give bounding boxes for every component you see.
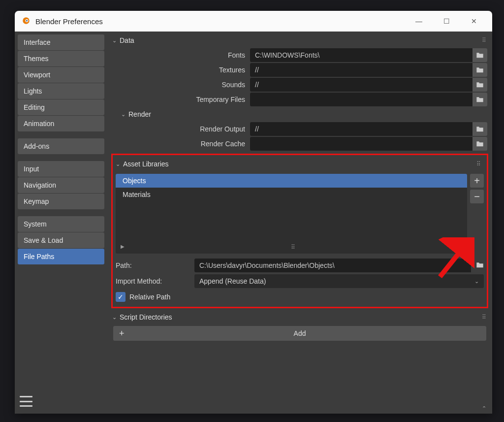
section-header-data[interactable]: ⌄ Data ⠿ xyxy=(110,33,489,47)
chevron-down-icon: ⌄ xyxy=(112,37,117,44)
blender-logo-icon xyxy=(22,16,31,27)
grip-icon[interactable]: ⠿ xyxy=(482,314,487,321)
window-title: Blender Preferences xyxy=(35,17,403,26)
section-header-render[interactable]: ⌄ Render xyxy=(110,107,489,121)
sounds-label: Sounds xyxy=(110,81,250,89)
sidebar-item-lights[interactable]: Lights xyxy=(18,83,104,99)
preferences-window: Blender Preferences — ☐ ✕ Interface Them… xyxy=(15,11,492,414)
render-output-input[interactable] xyxy=(250,122,472,136)
sidebar-item-editing[interactable]: Editing xyxy=(18,99,104,115)
sidebar-item-keymap[interactable]: Keymap xyxy=(18,194,104,209)
render-cache-input[interactable] xyxy=(250,137,472,151)
grip-icon[interactable]: ⠿ xyxy=(476,161,482,167)
sidebar-item-addons[interactable]: Add-ons xyxy=(18,138,104,154)
browse-folder-button[interactable] xyxy=(472,137,487,151)
browse-folder-button[interactable] xyxy=(472,63,487,77)
plus-icon: + xyxy=(119,328,125,339)
relative-path-label: Relative Path xyxy=(129,293,170,301)
browse-folder-button[interactable] xyxy=(476,261,484,270)
sidebar-item-themes[interactable]: Themes xyxy=(18,51,104,66)
sidebar: Interface Themes Viewport Lights Editing… xyxy=(15,32,107,414)
browse-folder-button[interactable] xyxy=(472,122,487,136)
section-title: Asset Libraries xyxy=(123,160,169,168)
temp-input[interactable] xyxy=(250,93,472,106)
section-header-asset-libraries[interactable]: ⌄ Asset Libraries ⠿ xyxy=(116,157,484,171)
fonts-input[interactable] xyxy=(250,48,472,62)
close-button[interactable]: ✕ xyxy=(463,13,485,29)
titlebar: Blender Preferences — ☐ ✕ xyxy=(15,11,492,32)
svg-point-2 xyxy=(26,20,28,21)
textures-label: Textures xyxy=(110,66,250,74)
sidebar-item-file-paths[interactable]: File Paths xyxy=(18,249,104,264)
grip-icon[interactable]: ⠿ xyxy=(482,37,487,44)
library-path-input[interactable] xyxy=(194,259,471,272)
section-title: Render xyxy=(128,110,151,118)
asset-library-list: Objects Materials ▶ ⠿ xyxy=(116,174,467,254)
section-title: Script Directories xyxy=(120,313,172,321)
sidebar-item-input[interactable]: Input xyxy=(18,161,104,177)
browse-folder-button[interactable] xyxy=(472,93,487,106)
render-output-label: Render Output xyxy=(110,125,250,133)
maximize-button[interactable]: ☐ xyxy=(435,13,458,29)
scroll-hint-icon: ⌃ xyxy=(482,405,486,412)
chevron-down-icon: ⌄ xyxy=(121,111,126,118)
textures-input[interactable] xyxy=(250,63,472,77)
relative-path-checkbox[interactable]: ✓ xyxy=(116,292,126,302)
import-method-label: Import Method: xyxy=(116,277,189,285)
sidebar-item-interface[interactable]: Interface xyxy=(18,34,104,50)
library-item-objects[interactable]: Objects xyxy=(116,174,467,188)
sidebar-item-navigation[interactable]: Navigation xyxy=(18,177,104,193)
hamburger-menu-icon[interactable] xyxy=(20,396,32,407)
temp-label: Temporary Files xyxy=(110,96,250,103)
add-script-directory-button[interactable]: + Add xyxy=(113,326,486,341)
sidebar-item-save-load[interactable]: Save & Load xyxy=(18,232,104,248)
section-header-script-directories[interactable]: ⌄ Script Directories ⠿ xyxy=(110,310,489,324)
library-item-materials[interactable]: Materials xyxy=(116,188,467,201)
sounds-input[interactable] xyxy=(250,78,472,92)
minimize-button[interactable]: — xyxy=(408,13,430,29)
import-method-value: Append (Reuse Data) xyxy=(199,277,266,285)
sidebar-item-animation[interactable]: Animation xyxy=(18,116,104,131)
add-library-button[interactable]: + xyxy=(470,174,484,188)
browse-folder-button[interactable] xyxy=(472,48,487,62)
path-label: Path: xyxy=(116,261,189,269)
browse-folder-button[interactable] xyxy=(472,78,487,92)
sidebar-item-system[interactable]: System xyxy=(18,216,104,232)
render-cache-label: Render Cache xyxy=(110,140,250,148)
main-panel: ⌄ Data ⠿ Fonts Textures Sounds xyxy=(107,32,492,414)
asset-libraries-highlight: ⌄ Asset Libraries ⠿ Objects Materials ▶ … xyxy=(111,154,488,308)
import-method-select[interactable]: Append (Reuse Data) ⌄ xyxy=(194,274,484,288)
sidebar-item-viewport[interactable]: Viewport xyxy=(18,67,104,83)
chevron-down-icon: ⌄ xyxy=(112,314,117,321)
grip-icon[interactable]: ⠿ xyxy=(291,244,296,251)
remove-library-button[interactable]: − xyxy=(470,190,484,203)
chevron-down-icon: ⌄ xyxy=(116,161,120,167)
add-button-label: Add xyxy=(294,329,306,337)
fonts-label: Fonts xyxy=(110,51,250,59)
filter-triangle-icon[interactable]: ▶ xyxy=(121,244,125,251)
section-title: Data xyxy=(120,36,134,44)
chevron-down-icon: ⌄ xyxy=(474,278,479,285)
